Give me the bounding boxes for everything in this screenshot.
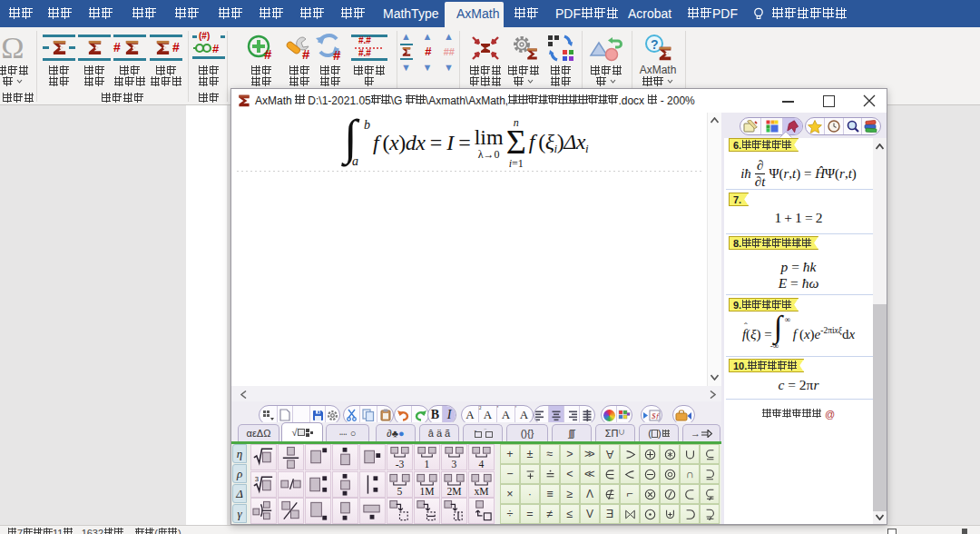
svg-text:5: 5 <box>397 485 403 496</box>
svg-text:3: 3 <box>255 475 259 483</box>
svg-text:?: ? <box>651 37 659 52</box>
svg-text:1M: 1M <box>419 485 434 496</box>
svg-text:#: # <box>264 46 272 62</box>
svg-text:1: 1 <box>425 459 430 470</box>
svg-text:-3: -3 <box>396 459 405 470</box>
svg-text:xM: xM <box>474 485 488 496</box>
svg-text:3: 3 <box>452 459 457 470</box>
svg-text:#: # <box>302 46 310 62</box>
svg-text:#: # <box>333 47 341 63</box>
svg-text:4: 4 <box>479 459 485 470</box>
svg-text:2M: 2M <box>446 485 461 496</box>
svg-text:$ƒ: $ƒ <box>652 411 661 420</box>
svg-text:#: # <box>212 42 220 55</box>
